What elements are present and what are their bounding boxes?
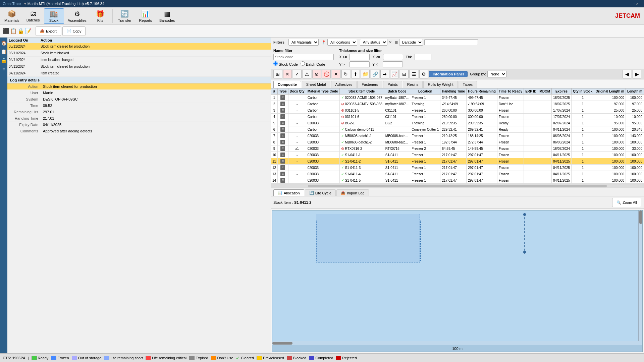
tab-import-log[interactable]: 📥 Import Log <box>336 189 369 196</box>
barcode-select[interactable]: Barcode <box>399 39 423 46</box>
thk-input[interactable] <box>415 54 431 60</box>
check-btn[interactable]: ✓ <box>293 70 302 78</box>
table-row[interactable]: 7 C - 020033 ✓MB0608-batch1-1 MB0608-bat… <box>271 133 644 139</box>
roll-marker-2 <box>523 251 526 253</box>
table-row[interactable]: 3 C - Carbon ⊘031101-5 031101 Freezer 1 … <box>271 107 644 114</box>
log-row[interactable]: 05/11/2024 Stock item cleared for produc… <box>7 43 271 50</box>
chart-btn[interactable]: 📈 <box>390 70 399 78</box>
nav-icon-2[interactable]: 📋 <box>10 28 17 34</box>
table-row[interactable]: 5 C - 020033 ⊘BG2-1 BG2 Thawing 219:59:3… <box>271 120 644 126</box>
cell-num: 14 <box>271 177 278 184</box>
table-row[interactable]: 14 C - 020033 ✓S1-0411-5 S1-0411 Freezer… <box>271 177 644 184</box>
h-scroll[interactable] <box>272 341 642 345</box>
y-gte-input[interactable] <box>350 61 370 67</box>
log-row[interactable]: 05/11/2024 Stock Item blocked <box>7 50 271 57</box>
cell-expires: 04/11/2025 <box>552 177 572 184</box>
nav-home-icon[interactable]: 🏠 <box>0 39 7 47</box>
stock-code-input[interactable] <box>273 54 334 60</box>
status-clear-icon[interactable]: ✕ <box>389 40 392 45</box>
detail-key: Comments <box>7 128 41 134</box>
group-by-select[interactable]: None <box>487 71 506 77</box>
settings-btn[interactable]: ⚙ <box>419 70 428 78</box>
stock-code-radio[interactable] <box>273 61 278 66</box>
batches-button[interactable]: 🗂 Batches <box>23 8 43 24</box>
detail-row: Action Stock item cleared for production <box>7 83 271 90</box>
table-btn[interactable]: ⊟ <box>400 70 409 78</box>
warning-btn[interactable]: ⚠ <box>303 70 311 78</box>
table-row[interactable]: 4 C - Carbon ⊘031101-6 031101 Freezer 1 … <box>271 114 644 120</box>
scroll-left-btn[interactable]: ◀ <box>623 70 631 78</box>
table-row[interactable]: 13 C - 020033 ✓S1-0411-4 S1-0411 Freezer… <box>271 171 644 177</box>
table-row[interactable]: 2 C - Carbon ⊘020033-ACME-1503-038 myBat… <box>271 101 644 107</box>
batch-code-radio[interactable] <box>301 61 305 66</box>
cell-expires: 04/11/2025 <box>552 165 572 171</box>
scroll-right-btn[interactable]: ▶ <box>633 70 641 78</box>
arrow-btn[interactable]: ➡ <box>380 70 389 78</box>
barcodes-icon: ▦ <box>164 10 170 18</box>
cell-length: 20.848 <box>626 126 644 133</box>
log-row[interactable]: 04/11/2024 Stock item cleared for produc… <box>7 63 271 70</box>
table-row[interactable]: 6 C - Carbon ✓Carbon-demo-0411 Conveyor … <box>271 126 644 133</box>
nav-list-icon[interactable]: ≡ <box>2 65 6 73</box>
nav-icon-4[interactable]: 📝 <box>25 28 32 34</box>
assemblies-button[interactable]: ⚙ Assemblies <box>65 8 90 24</box>
h-scrollbar[interactable] <box>271 184 644 188</box>
transfer-button[interactable]: 🔄 Transfer <box>115 8 135 24</box>
tab-resins[interactable]: Resins <box>403 81 423 88</box>
table-row[interactable]: 9 C x1 020033 ⊘RTX0716-2 RTX0716 Freezer… <box>271 145 644 152</box>
table-row[interactable]: 1 C - Carbon ✓020033-ACME-1503-037 myBat… <box>271 95 644 101</box>
x-btn[interactable]: ✕ <box>332 70 340 78</box>
upload-btn[interactable]: ⬆ <box>351 70 360 78</box>
link-btn[interactable]: 🔗 <box>371 70 379 78</box>
y-lte-input[interactable] <box>383 61 403 67</box>
copy-button[interactable]: 📄 Copy <box>62 26 86 36</box>
tab-fasteners[interactable]: Fasteners <box>357 81 382 88</box>
tab-rolls-by-weight[interactable]: Rolls by Weight <box>423 81 458 88</box>
close-btn[interactable]: ✕ <box>283 70 292 78</box>
nav-log-icon[interactable]: 📋 <box>0 48 7 56</box>
batch-code-radio-label[interactable]: Batch Code <box>301 61 325 66</box>
stop-btn[interactable]: ⊘ <box>312 70 321 78</box>
stock-code-radio-label[interactable]: Stock Code <box>273 61 298 66</box>
tab-composite[interactable]: Composite <box>273 81 301 88</box>
tab-allocation[interactable]: 📊 Allocation <box>273 189 304 196</box>
table-row[interactable]: 11 C - 020033 ✓S1-0411-2 S1-0411 Freezer… <box>271 158 644 165</box>
x-gte-input[interactable] <box>350 54 370 60</box>
table-row[interactable]: 8 C - 020033 ✓MB0608-batch1-2 MB0608-bat… <box>271 139 644 145</box>
tab-sheet-metal[interactable]: Sheet Metal <box>302 81 330 88</box>
table-row[interactable]: 12 C - 020033 ✓S1-0411-3 S1-0411 Freezer… <box>271 165 644 171</box>
tab-life-cycle[interactable]: 🔄 Life Cycle <box>305 189 336 196</box>
location-select[interactable]: All locations <box>327 39 357 46</box>
tab-adhesives[interactable]: Adhesives <box>331 81 357 88</box>
folder-btn[interactable]: 📁 <box>361 70 370 78</box>
out-storage-color <box>72 356 77 360</box>
barcodes-button[interactable]: ▦ Barcodes <box>156 8 178 24</box>
stock-button[interactable]: 🏬 Stock <box>44 8 64 24</box>
tab-paints[interactable]: Paints <box>383 81 402 88</box>
log-row[interactable]: 04/11/2024 Item location changed <box>7 57 271 63</box>
barcode-input[interactable] <box>424 39 478 45</box>
kits-button[interactable]: 🎁 Kits <box>90 8 110 24</box>
cell-batchcode: S1-0411 <box>384 152 410 158</box>
export-button[interactable]: 📤 Export <box>36 26 61 36</box>
viz-area: 100 m <box>272 210 643 352</box>
zoom-all-btn[interactable]: 🔍 Zoom All <box>612 198 641 207</box>
tab-tapes[interactable]: Tapes <box>459 81 477 88</box>
info-panel-btn[interactable]: Information Panel <box>429 71 468 77</box>
nav-icon-3[interactable]: 🔒 <box>17 28 24 34</box>
grid-view-btn[interactable]: ⊞ <box>273 70 282 78</box>
refresh-btn[interactable]: ↻ <box>341 70 350 78</box>
nav-lock-icon[interactable]: 🔒 <box>0 56 7 64</box>
status-select[interactable]: Any status <box>360 39 387 46</box>
x-lte-input[interactable] <box>383 54 403 60</box>
log-row[interactable]: 04/11/2024 Item created <box>7 70 271 77</box>
nav-icon-1[interactable]: ⬛ <box>3 28 9 34</box>
material-type-select[interactable]: All Materials <box>288 39 319 46</box>
reports-button[interactable]: 📊 Reports <box>136 8 156 24</box>
table-row[interactable]: 10 C - 020033 ✓S1-0411-1 S1-0411 Freezer… <box>271 152 644 158</box>
block-btn[interactable]: 🚫 <box>322 70 331 78</box>
list-btn[interactable]: ☰ <box>410 70 418 78</box>
v-scroll[interactable] <box>638 210 642 341</box>
materials-button[interactable]: 📦 Materials <box>1 8 22 24</box>
cell-mdom <box>538 158 552 165</box>
